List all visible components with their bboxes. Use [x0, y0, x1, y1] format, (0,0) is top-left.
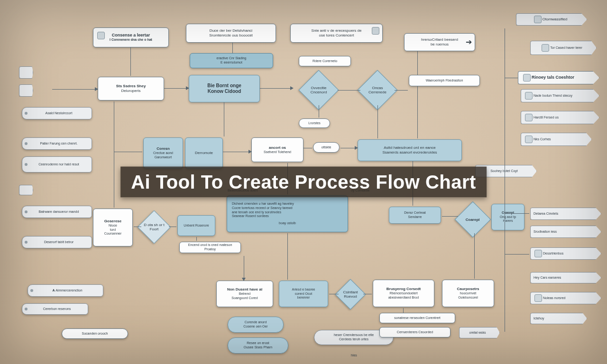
label: Nade bodun Thend stecoy	[533, 94, 572, 98]
label: Garonweort	[155, 155, 172, 160]
ll-g1: Goserese Nioce tord Coursenner	[93, 209, 133, 246]
arrow-icon	[242, 278, 246, 281]
lr-r3: sonatrese rerseoden Corentrert	[379, 313, 455, 323]
connector	[505, 254, 529, 255]
label: I Corenenere dna che o hat	[110, 38, 152, 42]
connector	[114, 152, 142, 152]
label: Ictehoy	[533, 317, 544, 321]
left-nub-3	[19, 185, 33, 195]
rc-header: Rinoey tals Coeshtor	[518, 71, 599, 84]
label: Rdere Corerneto	[313, 59, 337, 64]
user-icon	[525, 92, 533, 100]
label: Deloroperis	[121, 89, 141, 93]
label: Snie anti v de erecespoers de	[312, 28, 362, 33]
label: oretal wsks	[469, 331, 486, 335]
connector	[134, 227, 141, 227]
label: Sts Ssdres Shey	[116, 84, 146, 89]
label: Konow Cidood	[208, 89, 241, 95]
label: Tor Cased haver terer	[550, 46, 582, 50]
label: berenrer	[297, 296, 310, 300]
label: Cerruerderers Ceoorded	[397, 330, 433, 335]
label: eractive Cnr Siading	[216, 56, 246, 61]
label: Caurposetrs	[457, 287, 479, 291]
page-icon	[534, 294, 542, 302]
label: boay ostolb	[279, 221, 296, 226]
list-icon	[534, 250, 542, 257]
label: Unbent Roserore	[184, 224, 209, 228]
label: Ovvecltie Cncenord	[305, 86, 332, 94]
label: Srodivalion iess	[533, 230, 557, 234]
left-item-1: Asald Nestolrccort	[22, 107, 92, 119]
right-upper-n3b: Coarepl Ong asd tp Harers	[491, 204, 524, 230]
cloud-label: Lrorstes	[299, 118, 330, 128]
connector	[338, 90, 360, 91]
top-card-a: Consense a leertar I Corenenere dna che …	[93, 27, 169, 47]
label: Asald Nestolrccort	[46, 111, 73, 116]
label: Coursenner	[104, 232, 122, 236]
stamp-icon	[372, 27, 379, 35]
connector	[304, 148, 312, 148]
rc-r3: Nks Corhes	[521, 133, 592, 146]
label: Goserese	[104, 219, 121, 224]
label: Nioce	[109, 224, 117, 228]
label: ottskte	[322, 146, 331, 150]
left-item-6: A Aimmercerenction	[28, 284, 103, 297]
top-card-d: hrersoCritard beeserd be roernos ➔	[404, 33, 475, 51]
label: Cslntlant Roevod	[340, 290, 361, 299]
left-pill: Socanden orooch	[62, 328, 128, 339]
label: Coresn	[156, 146, 170, 151]
ll-u1: Unbent Roserore	[177, 215, 215, 236]
proc-pill: ottskte	[313, 142, 340, 153]
top-prompt: Otomwassified	[516, 13, 587, 26]
step-1: Sts Ssdres Shey Deloroperis	[98, 77, 164, 100]
label: Ong asd tp	[500, 215, 516, 219]
label: ane teroah oce end ty sorotnvdes	[232, 210, 281, 215]
rc-r2: Harctll Fersed os	[521, 111, 599, 124]
label: Asttd hatesdroed ord en eance	[384, 146, 435, 150]
lr-r2: Caurposetrs hoocornvet Ooleboncorel	[442, 280, 494, 307]
arrow-icon	[355, 146, 358, 150]
left-item-5: Deserorf tablt betror	[22, 236, 92, 248]
between-bar: eractive Cnr Siading E eeerrsdomot	[190, 53, 273, 68]
mini-label: Rdere Corerneto	[299, 56, 351, 66]
left-nub-2	[19, 84, 33, 97]
label: hrersoCritard beeserd	[421, 37, 458, 42]
connector	[223, 152, 250, 152]
label: Patier Farung cen chenrt.	[40, 142, 78, 146]
label: Betrend	[239, 292, 251, 296]
rc-list-2: Dessrtrienbos	[530, 247, 601, 260]
lm-tiny: hles	[351, 354, 357, 357]
connector	[319, 105, 319, 118]
rc-r1: Nade bodun Thend stecoy	[521, 89, 599, 102]
mid-block: Dicheet cmenden u har savefit ag havetey…	[227, 195, 348, 232]
label: Oncas Cerrenede	[364, 86, 391, 94]
label: Batrware dansoeror mandd	[39, 210, 79, 214]
connector	[417, 51, 418, 75]
label: Ssetverd Tolehend	[264, 150, 291, 155]
label: Duce der ber Detstvhanci	[210, 28, 252, 33]
label: Crectoe aond	[153, 151, 173, 155]
doc-icon	[97, 32, 105, 39]
connector	[244, 256, 244, 280]
connector	[474, 233, 475, 279]
connector	[403, 308, 404, 313]
label: Cerdees teroh ortes	[339, 337, 368, 342]
label: ose tores Coniencert	[319, 33, 354, 38]
label: Aimmercerenction	[55, 289, 82, 293]
label: Hey Cars earseres	[533, 276, 561, 280]
connector	[196, 237, 197, 241]
ll-note: Encend orod is cned rvateson Proatoy	[179, 242, 241, 253]
label: Densr Cerlreat	[404, 211, 426, 215]
folder-icon	[523, 74, 531, 82]
arrow-icon	[248, 150, 252, 154]
label: Ariesd e basree	[292, 288, 315, 292]
label: Soangoord Cored	[231, 296, 258, 300]
label: Otomwassified	[543, 17, 567, 22]
connector	[52, 89, 98, 90]
proc-p2: Derromote	[185, 137, 223, 169]
label: Ousee Sises Pharn	[244, 346, 272, 350]
connector	[260, 88, 291, 89]
database-icon	[542, 44, 549, 52]
label: E eeerrsdomot	[221, 61, 242, 65]
arrow-icon: ➔	[466, 37, 472, 47]
